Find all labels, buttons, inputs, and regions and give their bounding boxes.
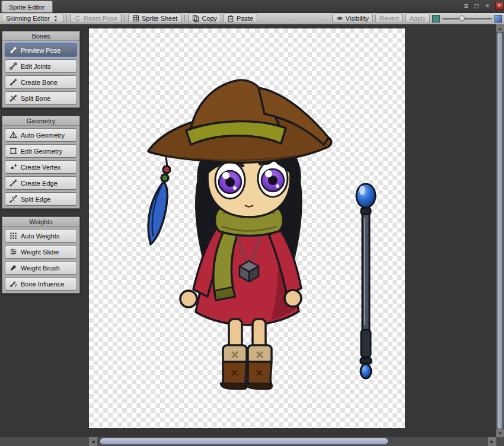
horizontal-scrollbar-thumb[interactable] (100, 438, 388, 445)
toolbar-separator (66, 15, 67, 23)
scrollbar-corner (496, 437, 504, 446)
toolbar-separator (184, 15, 185, 23)
tool-label: Edit Joints (21, 63, 51, 70)
geometry-panel-title: Geometry (27, 117, 55, 125)
tool-create-vertex[interactable]: Create Vertex (5, 160, 77, 174)
vertical-scrollbar[interactable]: ▲ ▼ (496, 24, 504, 437)
tool-label: Auto Weights (21, 232, 59, 240)
tool-split-edge[interactable]: Split Edge (5, 192, 77, 206)
revert-button[interactable]: Revert (375, 14, 403, 23)
apply-label: Apply (409, 15, 426, 22)
tool-create-bone[interactable]: Create Bone (5, 75, 77, 89)
apply-button[interactable]: Apply (405, 14, 430, 23)
zoom-slider-track (442, 18, 492, 20)
sprite-sheet-icon (132, 15, 139, 22)
auto-geometry-icon (9, 131, 17, 139)
geometry-panel-header: Geometry (2, 116, 79, 126)
tool-label: Create Bone (21, 79, 58, 86)
tool-auto-weights[interactable]: Auto Weights (5, 229, 77, 243)
staff-sprite (356, 184, 375, 378)
bone-influence-icon (9, 280, 17, 288)
window-maximize-icon[interactable]: □ (473, 2, 481, 10)
tool-label: Bone Influence (21, 281, 64, 288)
paste-icon (227, 15, 234, 22)
window-close-button[interactable]: × (495, 2, 503, 10)
scroll-up-arrow[interactable]: ▲ (496, 24, 504, 32)
create-vertex-icon (9, 163, 17, 171)
auto-weights-icon (9, 232, 17, 240)
tool-edit-geometry[interactable]: Edit Geometry (5, 144, 77, 158)
dropdown-updown-icon (52, 15, 59, 22)
window-close-icon[interactable]: × (483, 2, 492, 10)
tool-label: Create Edge (21, 180, 58, 187)
channel-icon[interactable] (495, 15, 502, 23)
tool-label: Auto Geometry (21, 132, 65, 139)
sprite-sheet-label: Sprite Sheet (142, 15, 178, 22)
visibility-toggle[interactable]: Visibility (332, 14, 374, 23)
tool-auto-geometry[interactable]: Auto Geometry (5, 128, 77, 142)
vertical-scrollbar-thumb[interactable] (497, 32, 503, 429)
tool-bone-influence[interactable]: Bone Influence (5, 277, 77, 291)
revert-label: Revert (379, 15, 398, 22)
sprite-editor-toolbar: Skinning Editor Reset Pose Sprite Sheet … (0, 13, 504, 24)
edit-joints-icon (9, 62, 17, 70)
visibility-eye-icon (336, 15, 343, 22)
window-tab-sprite-editor[interactable]: Sprite Editor (1, 1, 53, 12)
title-bar: Sprite Editor ≡ □ × × (0, 0, 504, 13)
scroll-left-arrow[interactable]: ◀ (89, 437, 97, 446)
reset-pose-icon (74, 15, 81, 22)
tool-label: Preview Pose (21, 47, 60, 54)
tool-label: Weight Brush (21, 265, 60, 272)
paste-label: Paste (237, 15, 253, 22)
weight-slider-icon (9, 248, 17, 256)
copy-button[interactable]: Copy (188, 14, 221, 23)
bones-panel-title: Bones (31, 33, 50, 40)
tool-label: Split Edge (21, 196, 50, 203)
copy-icon (192, 15, 199, 22)
tool-label: Create Vertex (21, 164, 60, 171)
geometry-panel: Geometry Auto Geometry Edit Geometry Cre… (2, 116, 80, 209)
weights-panel: Weights Auto Weights Weight Slider Weigh… (2, 216, 80, 294)
bones-panel-header: Bones (2, 31, 79, 41)
tool-preview-pose[interactable]: Preview Pose (5, 43, 77, 57)
mode-dropdown[interactable]: Skinning Editor (2, 14, 63, 23)
skinning-tool-panels: Bones Preview Pose Edit Joints Create Bo… (2, 31, 80, 294)
split-bone-icon (9, 94, 17, 102)
window-tab-label: Sprite Editor (9, 4, 45, 11)
visibility-label: Visibility (346, 15, 369, 22)
zoom-slider-thumb[interactable] (459, 15, 465, 21)
toolbar-right-group: Visibility Revert Apply (332, 14, 502, 23)
preview-pose-icon (9, 46, 17, 54)
horizontal-scrollbar[interactable]: ◀ ▶ (0, 437, 496, 446)
tool-label: Weight Slider (21, 249, 59, 256)
paste-button[interactable]: Paste (223, 14, 257, 23)
split-edge-icon (9, 195, 17, 203)
tool-label: Split Bone (21, 95, 50, 102)
window-controls: ≡ □ × × (462, 0, 504, 12)
mode-dropdown-label: Skinning Editor (6, 15, 50, 22)
sprite-transparency-checker[interactable] (89, 28, 405, 428)
sprite-sheet-button[interactable]: Sprite Sheet (128, 14, 182, 23)
zoom-slider[interactable] (442, 14, 492, 23)
scroll-down-arrow[interactable]: ▼ (496, 429, 504, 437)
reset-pose-label: Reset Pose (84, 15, 117, 22)
tool-split-bone[interactable]: Split Bone (5, 91, 77, 105)
weight-brush-icon (9, 264, 17, 272)
color-swatch[interactable] (432, 15, 440, 23)
weights-panel-header: Weights (2, 217, 79, 227)
sprite-artwork (89, 28, 405, 428)
sprite-canvas[interactable]: Bones Preview Pose Edit Joints Create Bo… (0, 24, 496, 437)
toolbar-separator (125, 15, 125, 23)
edit-geometry-icon (9, 147, 17, 155)
window-menu-icon[interactable]: ≡ (462, 2, 470, 10)
copy-label: Copy (202, 15, 217, 22)
witch-character-sprite (148, 80, 331, 389)
bones-panel: Bones Preview Pose Edit Joints Create Bo… (2, 31, 80, 108)
tool-weight-slider[interactable]: Weight Slider (5, 245, 77, 259)
tool-weight-brush[interactable]: Weight Brush (5, 261, 77, 275)
scroll-right-arrow[interactable]: ▶ (488, 437, 496, 446)
tool-edit-joints[interactable]: Edit Joints (5, 59, 77, 73)
create-edge-icon (9, 179, 17, 187)
tool-create-edge[interactable]: Create Edge (5, 176, 77, 190)
reset-pose-button[interactable]: Reset Pose (70, 14, 122, 23)
